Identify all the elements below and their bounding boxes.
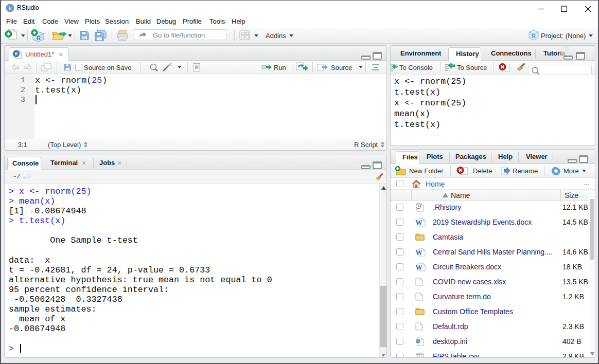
svg-text:W: W — [415, 219, 422, 227]
svg-text:W: W — [415, 249, 422, 257]
svg-text:R: R — [532, 33, 536, 39]
svg-text:W: W — [415, 264, 422, 271]
svg-text:R: R — [14, 51, 17, 57]
svg-text:R: R — [37, 35, 41, 41]
svg-text:R: R — [8, 6, 12, 11]
